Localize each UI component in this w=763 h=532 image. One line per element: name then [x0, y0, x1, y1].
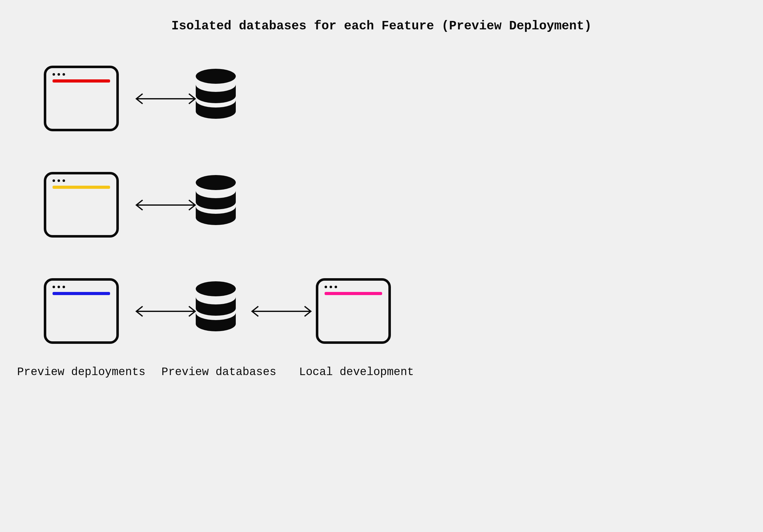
local-development-window — [316, 278, 391, 344]
svg-point-3 — [196, 175, 236, 190]
window-dots-icon — [325, 286, 337, 288]
bidirectional-arrow-icon — [131, 199, 200, 211]
preview-deployment-window-2 — [44, 172, 119, 237]
diagram-title: Isolated databases for each Feature (Pre… — [0, 19, 763, 33]
database-icon — [194, 281, 238, 341]
window-dots-icon — [53, 73, 65, 76]
window-dots-icon — [53, 286, 65, 288]
database-icon — [194, 69, 238, 128]
bidirectional-arrow-icon — [247, 305, 316, 317]
svg-point-1 — [196, 69, 236, 84]
bidirectional-arrow-icon — [131, 93, 200, 105]
preview-deployment-window-3 — [44, 278, 119, 344]
window-accent-bar — [325, 292, 382, 295]
window-accent-bar — [53, 292, 110, 295]
svg-point-5 — [196, 281, 236, 296]
column-label-preview-databases: Preview databases — [156, 366, 281, 378]
window-accent-bar — [53, 186, 110, 189]
preview-deployment-window-1 — [44, 66, 119, 131]
database-icon — [194, 175, 238, 234]
column-label-preview-deployments: Preview deployments — [16, 366, 147, 378]
window-accent-bar — [53, 79, 110, 82]
column-label-local-development: Local development — [294, 366, 419, 378]
window-dots-icon — [53, 179, 65, 182]
bidirectional-arrow-icon — [131, 305, 200, 317]
